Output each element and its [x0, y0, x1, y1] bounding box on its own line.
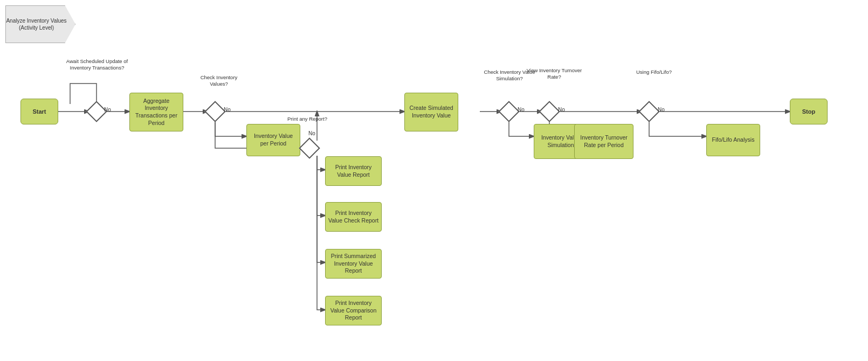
gateway-6 — [638, 101, 660, 122]
inventory-value-period-box: Inventory Value per Period — [246, 124, 300, 156]
gw2-no-label: No — [224, 107, 231, 113]
gw6-label: Using Fifo/Lifo? — [630, 69, 678, 75]
print-iv-comparison-box: Print Inventory Value Comparison Report — [325, 296, 382, 325]
gw2-label: Check Inventory Values? — [192, 74, 246, 88]
start-terminal: Start — [20, 99, 58, 124]
gw4-no-label: No — [518, 107, 525, 113]
gw6-no-label: No — [658, 107, 665, 113]
header-label: Analyze Inventory Values (Activity Level… — [5, 5, 75, 43]
gw3-label: Print any Report? — [280, 116, 334, 122]
print-iv-report-box: Print Inventory Value Report — [325, 156, 382, 186]
gateway-2 — [204, 101, 226, 122]
arrows-svg — [0, 0, 868, 361]
gateway-5 — [539, 101, 560, 122]
inventory-turnover-rate-box: Inventory Turnover Rate per Period — [574, 124, 633, 159]
gw1-no-label: No — [104, 107, 111, 113]
gateway-4 — [498, 101, 520, 122]
print-summarized-box: Print Summarized Inventory Value Report — [325, 249, 382, 279]
gw5-no-label: No — [558, 107, 565, 113]
gw3-no-label: No — [308, 130, 315, 136]
gateway-3 — [299, 137, 320, 159]
aggregate-box: Aggregate Inventory Transactions per Per… — [129, 93, 183, 131]
gw1-label: Await Scheduled Update of Inventory Tran… — [62, 58, 132, 72]
fifo-lifo-box: Fifo/Lifo Analysis — [706, 124, 760, 156]
create-simulated-box: Create Simulated Inventory Value — [404, 93, 458, 131]
diagram-container: Analyze Inventory Values (Activity Level… — [0, 0, 868, 361]
print-iv-check-box: Print Inventory Value Check Report — [325, 202, 382, 232]
stop-terminal: Stop — [790, 99, 828, 124]
gw5-label: View Inventory Turnover Rate? — [522, 67, 587, 81]
